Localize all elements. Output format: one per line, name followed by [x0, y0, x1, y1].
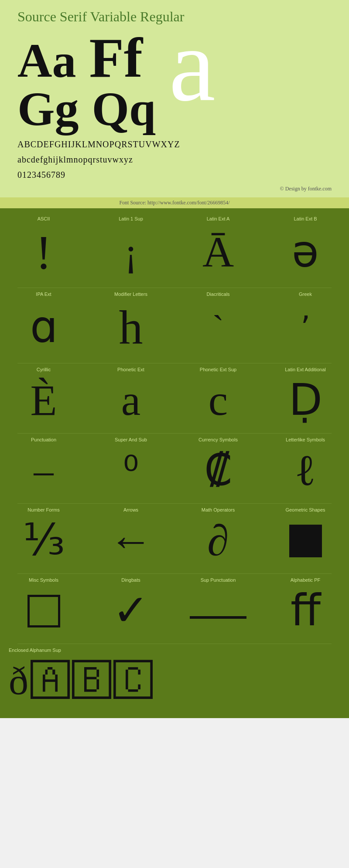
label-mathoperators: Math Operators	[202, 507, 235, 512]
glyph-gg: Gg	[17, 83, 79, 136]
glyph-ascii: !	[36, 224, 52, 281]
glyph-greek: ʼ	[301, 299, 310, 356]
glyph-punctuation: –	[34, 444, 54, 497]
grid-cell-geometric: Geometric Shapes	[262, 504, 349, 573]
glyph-ipaext: ɑ	[30, 299, 58, 356]
glyph-phoneticext: a	[121, 374, 140, 427]
glyph-letterlike: ℓ	[295, 444, 316, 497]
credit-line: © Design by fontke.com	[17, 186, 332, 192]
label-ipaext: IPA Ext	[36, 292, 51, 297]
glyph-miscsymbols	[27, 585, 60, 637]
glyph-qq: Qq	[92, 83, 156, 136]
grid-cell-ipaext: IPA Ext ɑ	[0, 288, 87, 363]
glyph-diacriticals: `	[212, 299, 224, 356]
grid-cell-suppunctuation: Sup Punctuation	[174, 574, 262, 644]
label-phoneticextsup: Phonetic Ext Sup	[200, 367, 236, 372]
label-miscsymbols: Misc Symbols	[29, 577, 58, 583]
grid-cell-letterlike: Letterlike Symbols ℓ	[262, 434, 349, 503]
grid-row-2: IPA Ext ɑ Modifier Letters h Diacritical…	[0, 288, 349, 363]
label-letterlike: Letterlike Symbols	[286, 437, 325, 442]
grid-row-1: ASCII ! Latin 1 Sup ¡ Latin Ext A Ā Lati…	[0, 213, 349, 288]
grid-cell-phoneticextsup: Phonetic Ext Sup c	[174, 363, 262, 433]
grid-cell-numberforms: Number Forms ⅓	[0, 504, 87, 573]
label-diacriticals: Diacriticals	[206, 292, 229, 297]
grid-row-5: Number Forms ⅓ Arrows ← Math Operators ∂…	[0, 504, 349, 573]
grid-cell-latin1sup: Latin 1 Sup ¡	[87, 213, 174, 288]
glyph-cyrillic: È	[30, 374, 57, 427]
grid-cell-dingbats: Dingbats ✓	[87, 574, 174, 644]
glyph-aa: Aa	[17, 34, 76, 87]
grid-cell-mathoperators: Math Operators ∂	[174, 504, 262, 573]
glyph-ff: Ff	[89, 29, 143, 86]
grid-cell-modifier: Modifier Letters h	[87, 288, 174, 363]
label-geometric: Geometric Shapes	[285, 507, 325, 512]
label-latinextadd: Latin Ext Additional	[285, 367, 326, 372]
label-arrows: Arrows	[123, 507, 138, 512]
label-cyrillic: Cyrillic	[37, 367, 51, 372]
alphabet-digits: 0123456789	[17, 168, 332, 181]
glyph-currency: ₡	[204, 444, 232, 497]
label-dingbats: Dingbats	[121, 577, 140, 583]
glyph-big-a: a	[169, 20, 216, 109]
glyph-superandsub: ⁰	[123, 444, 139, 497]
source-line: Font Source: http://www.fontke.com/font/…	[0, 197, 349, 208]
grid-cell-ascii: ASCII !	[0, 213, 87, 288]
glyph-enclosedalphanumup: ð🄰🄱🄲	[9, 655, 155, 707]
label-latin1sup: Latin 1 Sup	[119, 216, 143, 221]
label-phoneticext: Phonetic Ext	[117, 367, 144, 372]
grid-cell-diacriticals: Diacriticals `	[174, 288, 262, 363]
grid-section: ASCII ! Latin 1 Sup ¡ Latin Ext A Ā Lati…	[0, 208, 349, 718]
glyph-geometric	[289, 515, 322, 567]
label-latinexta: Latin Ext A	[207, 216, 230, 221]
label-enclosedalphanumup: Enclosed Alphanum Sup	[9, 648, 61, 653]
grid-cell-superandsub: Super And Sub ⁰	[87, 434, 174, 503]
glyph-latinexta: Ā	[202, 224, 234, 281]
label-ascii: ASCII	[38, 216, 50, 221]
glyph-suppunctuation	[190, 585, 246, 637]
glyph-latinextb: ə	[292, 224, 319, 281]
glyph-phoneticextsup: c	[209, 374, 228, 427]
alphabet-lower: abcdefghijklmnopqrstuvwxyz	[17, 153, 332, 166]
grid-cell-latinexta: Latin Ext A Ā	[174, 213, 262, 288]
grid-cell-cyrillic: Cyrillic È	[0, 363, 87, 433]
glyph-alphabeticpf: ﬀ	[291, 585, 321, 637]
top-section: Source Serif Variable Regular Aa Ff Gg Q…	[0, 0, 349, 197]
grid-cell-miscsymbols: Misc Symbols	[0, 574, 87, 644]
label-superandsub: Super And Sub	[115, 437, 147, 442]
glyph-numberforms: ⅓	[23, 515, 65, 567]
label-greek: Greek	[299, 292, 312, 297]
grid-cell-punctuation: Punctuation –	[0, 434, 87, 503]
glyph-mathoperators: ∂	[207, 515, 229, 567]
alphabet-upper: ABCDEFGHIJKLMNOPQRSTUVWXYZ	[17, 138, 332, 151]
grid-cell-phoneticext: Phonetic Ext a	[87, 363, 174, 433]
grid-row-4: Punctuation – Super And Sub ⁰ Currency S…	[0, 434, 349, 503]
grid-cell-alphabeticpf: Alphabetic PF ﬀ	[262, 574, 349, 644]
grid-row-6: Misc Symbols Dingbats ✓ Sup Punctuation …	[0, 574, 349, 644]
glyph-latinextadd: Ḍ	[289, 374, 322, 427]
label-punctuation: Punctuation	[31, 437, 56, 442]
grid-cell-latinextadd: Latin Ext Additional Ḍ	[262, 363, 349, 433]
grid-cell-arrows: Arrows ←	[87, 504, 174, 573]
grid-cell-currency: Currency Symbols ₡	[174, 434, 262, 503]
label-modifier: Modifier Letters	[114, 292, 147, 297]
grid-row-3: Cyrillic È Phonetic Ext a Phonetic Ext S…	[0, 363, 349, 433]
grid-cell-enclosedalphanum: Enclosed Alphanum Sup ð🄰🄱🄲	[0, 644, 349, 714]
label-suppunctuation: Sup Punctuation	[201, 577, 236, 583]
label-currency: Currency Symbols	[198, 437, 238, 442]
glyph-latin1sup: ¡	[124, 224, 137, 281]
grid-cell-greek: Greek ʼ	[262, 288, 349, 363]
label-alphabeticpf: Alphabetic PF	[291, 577, 320, 583]
grid-row-7: Enclosed Alphanum Sup ð🄰🄱🄲	[0, 644, 349, 714]
label-numberforms: Number Forms	[27, 507, 59, 512]
label-latinextb: Latin Ext B	[294, 216, 317, 221]
grid-cell-latinextb: Latin Ext B ə	[262, 213, 349, 288]
glyph-modifier: h	[119, 299, 143, 356]
glyph-dingbats: ✓	[113, 585, 149, 637]
glyph-arrows: ←	[109, 515, 153, 567]
